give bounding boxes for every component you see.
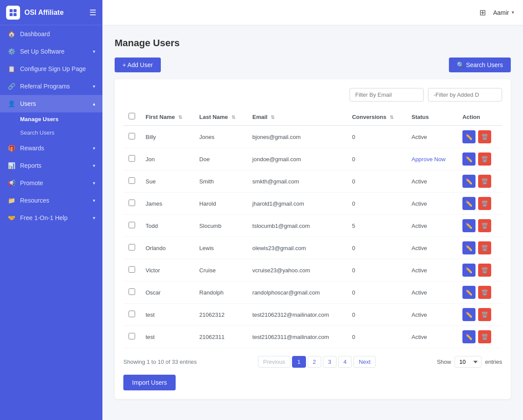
filter-email-input[interactable] — [350, 88, 424, 102]
sidebar-subitem-manage-users[interactable]: Manage Users — [0, 112, 102, 126]
edit-button[interactable]: ✏️ — [462, 241, 475, 254]
sidebar-item-dashboard[interactable]: 🏠 Dashboard — [0, 25, 102, 43]
edit-button[interactable]: ✏️ — [462, 219, 475, 232]
edit-button[interactable]: ✏️ — [462, 130, 475, 143]
row-checkbox[interactable] — [129, 266, 135, 273]
delete-button[interactable]: 🗑️ — [478, 175, 491, 188]
row-checkbox[interactable] — [129, 133, 135, 139]
sidebar-subitem-label: Manage Users — [20, 116, 58, 122]
edit-button[interactable]: ✏️ — [462, 152, 475, 166]
import-users-button[interactable]: Import Users — [123, 375, 176, 390]
row-checkbox[interactable] — [129, 155, 135, 162]
sidebar-item-configure-signup[interactable]: 📋 Configure Sign Up Page — [0, 60, 102, 78]
cell-conversions: 0 — [347, 237, 407, 259]
status-text: Active — [411, 267, 427, 274]
sidebar-item-setup-software[interactable]: ⚙️ Set Up Software ▾ — [0, 43, 102, 60]
sidebar-item-users[interactable]: 👤 Users ▴ — [0, 95, 102, 112]
delete-button[interactable]: 🗑️ — [478, 241, 491, 254]
sidebar-item-reports[interactable]: 📊 Reports ▾ — [0, 157, 102, 174]
svg-rect-2 — [10, 13, 13, 16]
cell-status: Active — [406, 326, 457, 348]
action-buttons: ✏️ 🗑️ — [462, 264, 497, 277]
page-4-button[interactable]: 4 — [338, 356, 352, 368]
apps-icon[interactable]: ⊞ — [479, 8, 486, 17]
edit-button[interactable]: ✏️ — [462, 197, 475, 210]
next-page-button[interactable]: Next — [353, 356, 376, 368]
delete-button[interactable]: 🗑️ — [478, 197, 491, 210]
user-icon: 👤 — [7, 100, 16, 107]
search-users-button[interactable]: 🔍 Search Users — [449, 58, 511, 72]
edit-button[interactable]: ✏️ — [462, 264, 475, 277]
cell-conversions: 0 — [347, 148, 407, 170]
cell-last-name: Harold — [194, 193, 247, 215]
row-checkbox[interactable] — [129, 177, 135, 184]
page-2-button[interactable]: 2 — [308, 356, 321, 368]
delete-button[interactable]: 🗑️ — [478, 219, 491, 232]
edit-button[interactable]: ✏️ — [462, 286, 475, 299]
cell-last-name: 21062311 — [194, 326, 247, 348]
sidebar-item-promote[interactable]: 📢 Promote ▾ — [0, 174, 102, 192]
clipboard-icon: 📋 — [7, 65, 16, 72]
topbar: ⊞ Aamir ▾ — [102, 0, 523, 25]
chevron-down-icon: ▾ — [93, 215, 95, 221]
page-1-button[interactable]: 1 — [292, 356, 306, 368]
row-checkbox[interactable] — [129, 333, 135, 339]
row-checkbox[interactable] — [129, 244, 135, 251]
cell-status: Active — [406, 215, 457, 237]
delete-button[interactable]: 🗑️ — [478, 152, 491, 166]
row-checkbox[interactable] — [129, 311, 135, 317]
col-status: Status — [406, 108, 457, 125]
cell-first-name: Todd — [140, 215, 194, 237]
status-text: Active — [411, 289, 427, 296]
sidebar-item-free-help[interactable]: 🤝 Free 1-On-1 Help ▾ — [0, 209, 102, 227]
filter-date-input[interactable] — [428, 88, 502, 102]
action-buttons: ✏️ 🗑️ — [462, 241, 497, 254]
edit-button[interactable]: ✏️ — [462, 175, 475, 188]
delete-button[interactable]: 🗑️ — [478, 286, 491, 299]
delete-button[interactable]: 🗑️ — [478, 308, 491, 321]
status-text: Active — [411, 200, 427, 207]
select-all-header — [123, 108, 140, 125]
table-row: Sue Smith smkth@gmail.com 0 Active ✏️ 🗑️ — [123, 170, 502, 193]
sidebar: OSI Affiliate ☰ 🏠 Dashboard ⚙️ Set Up So… — [0, 0, 102, 420]
entries-select[interactable]: 10 25 50 100 — [455, 356, 482, 368]
page-3-button[interactable]: 3 — [323, 356, 336, 368]
cell-email: bjones@gmail.com — [247, 125, 347, 148]
cell-conversions: 0 — [347, 125, 407, 148]
cell-email: vcruise23@yahoo.com — [247, 259, 347, 281]
sidebar-item-referral-programs[interactable]: 🔗 Referral Programs ▾ — [0, 78, 102, 95]
sort-icon: ⇅ — [231, 115, 235, 120]
show-entries: Show 10 25 50 100 entries — [437, 356, 502, 368]
edit-button[interactable]: ✏️ — [462, 330, 475, 343]
sidebar-item-rewards[interactable]: 🎁 Rewards ▾ — [0, 139, 102, 157]
cell-email: tslocumb1@gmail.com — [247, 215, 347, 237]
row-checkbox[interactable] — [129, 200, 135, 206]
row-checkbox-cell — [123, 215, 140, 237]
delete-button[interactable]: 🗑️ — [478, 264, 491, 277]
megaphone-icon: 📢 — [7, 180, 16, 186]
cell-last-name: Doe — [194, 148, 247, 170]
sidebar-item-label: Rewards — [20, 145, 93, 152]
cell-status: Active — [406, 281, 457, 304]
sidebar-item-resources[interactable]: 📁 Resources ▾ — [0, 192, 102, 209]
sidebar-item-label: Free 1-On-1 Help — [20, 214, 93, 221]
prev-page-button[interactable]: Previous — [258, 356, 291, 368]
sidebar-subitem-search-users[interactable]: Search Users — [0, 126, 102, 139]
approve-link[interactable]: Approve Now — [411, 156, 445, 163]
edit-button[interactable]: ✏️ — [462, 308, 475, 321]
row-checkbox[interactable] — [129, 288, 135, 295]
cell-status: Active — [406, 170, 457, 193]
select-all-checkbox[interactable] — [129, 113, 135, 119]
hamburger-icon[interactable]: ☰ — [89, 8, 96, 17]
delete-button[interactable]: 🗑️ — [478, 130, 491, 143]
user-menu[interactable]: Aamir ▾ — [493, 9, 514, 16]
table-row: Billy Jones bjones@gmail.com 0 Active ✏️… — [123, 125, 502, 148]
gift-icon: 🎁 — [7, 145, 16, 152]
cell-first-name: test — [140, 326, 194, 348]
delete-button[interactable]: 🗑️ — [478, 330, 491, 343]
cell-status: Active — [406, 259, 457, 281]
cell-status: Active — [406, 237, 457, 259]
row-checkbox[interactable] — [129, 222, 135, 228]
show-label: Show — [437, 359, 451, 365]
add-user-button[interactable]: + Add User — [115, 58, 161, 72]
